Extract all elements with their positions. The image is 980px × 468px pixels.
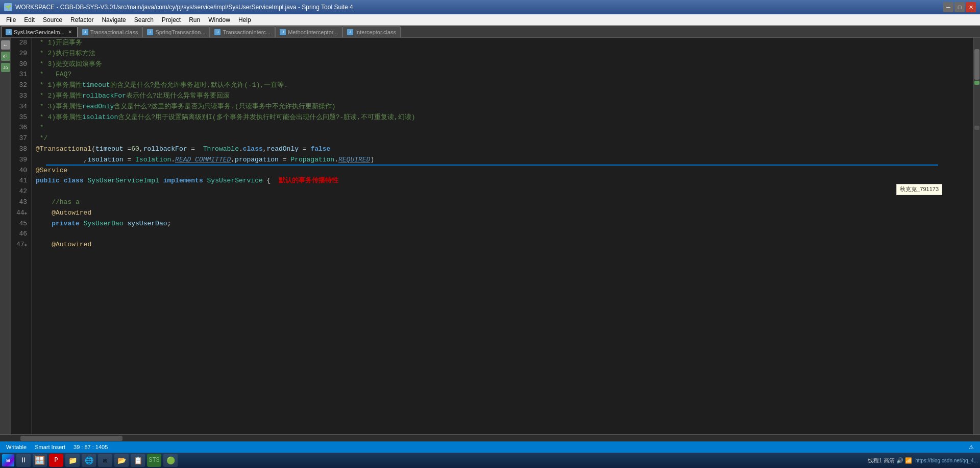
scroll-marker-1 xyxy=(974,81,979,85)
menu-file[interactable]: File xyxy=(2,15,20,25)
tab-label-methodinterceptor: MethodInterceptor... xyxy=(288,29,338,35)
scroll-thumb[interactable] xyxy=(974,49,979,80)
editor-wrapper: 28 29 30 31 32 33 34 35 36 37 38 39 40 4… xyxy=(11,38,980,434)
tab-icon-methodinterceptor: J xyxy=(280,29,286,35)
maximize-button[interactable]: □ xyxy=(954,2,965,12)
status-right-icon: ⚠ xyxy=(969,444,974,451)
menu-navigate[interactable]: Navigate xyxy=(97,15,130,25)
tab-transactional[interactable]: J Transactional.class xyxy=(78,26,143,37)
taskbar-app-filezilla2[interactable]: 📋 xyxy=(131,454,145,467)
start-button[interactable]: ⊞ xyxy=(2,454,14,466)
tab-icon-interceptorclass: J xyxy=(347,29,353,35)
close-button[interactable]: ✕ xyxy=(966,2,976,12)
code-line-41: public class SysUserServiceImpl implemen… xyxy=(36,176,969,186)
tab-close-sysuserserviceimpl[interactable]: ✕ xyxy=(67,29,73,35)
tab-icon-transactional: J xyxy=(82,29,88,35)
line-numbers: 28 29 30 31 32 33 34 35 36 37 38 39 40 4… xyxy=(11,38,32,434)
menu-project[interactable]: Project xyxy=(158,15,185,25)
tab-springtransaction[interactable]: J SpringTransaction... xyxy=(142,26,210,37)
title-bar-buttons[interactable]: ─ □ ✕ xyxy=(943,2,976,12)
sidebar-icon-3[interactable]: Jū xyxy=(1,63,10,72)
tab-sysuserserviceimpl[interactable]: J SysUserServiceIm... ✕ xyxy=(1,26,78,37)
minimize-button[interactable]: ─ xyxy=(943,2,953,12)
annotation-popup: 秋克克_791173 xyxy=(896,184,942,195)
code-line-46 xyxy=(36,229,969,240)
h-scroll-thumb[interactable] xyxy=(20,436,122,441)
tab-icon-springtransaction: J xyxy=(147,29,153,35)
tab-label-interceptorclass: Interceptor.class xyxy=(355,29,396,35)
horizontal-scrollbar[interactable] xyxy=(0,434,980,441)
menu-bar: File Edit Source Refactor Navigate Searc… xyxy=(0,14,980,26)
taskbar: ⊞ ⏸ 🪟 P 📁 🌐 ✉ 📂 📋 STS 🟢 线程1 高清 🔊 📶 https… xyxy=(0,453,980,468)
taskbar-left: ⊞ ⏸ 🪟 P 📁 🌐 ✉ 📂 📋 STS 🟢 xyxy=(2,454,178,467)
status-smart-insert: Smart Insert xyxy=(35,444,65,450)
tab-transactioninterc[interactable]: J TransactionInterc... xyxy=(210,26,275,37)
status-right: ⚠ xyxy=(969,444,974,451)
window-title: WORKSPACE - CGB-DB-SYS-V3.01/src/main/ja… xyxy=(15,4,353,11)
code-line-34: * 3)事务属性readOnly含义是什么?这里的事务是否为只读事务.(只读事务… xyxy=(36,102,969,112)
tab-interceptorclass[interactable]: J Interceptor.class xyxy=(342,26,401,37)
scroll-marker-2 xyxy=(974,126,979,130)
tab-icon-java: J xyxy=(6,29,12,35)
taskbar-app-folder[interactable]: 📂 xyxy=(114,454,129,467)
code-line-45: private SysUserDao sysUserDao; xyxy=(36,219,969,229)
code-line-37: */ xyxy=(36,133,969,144)
tab-icon-transactioninterc: J xyxy=(214,29,220,35)
taskbar-app-windows[interactable]: 🪟 xyxy=(33,454,47,467)
code-line-35: * 4)事务属性isolation含义是什么?用于设置隔离级别I(多个事务并发执… xyxy=(36,112,969,123)
status-writable: Writable xyxy=(6,444,27,450)
code-editor[interactable]: * 1)开启事务 * 2)执行目标方法 * 3)提交或回滚事务 * FAQ? *… xyxy=(32,38,973,434)
code-line-39: ,isolation = Isolation.READ_COMMITTED,pr… xyxy=(36,155,969,166)
vertical-scrollbar[interactable] xyxy=(973,38,980,434)
sidebar-icon-1[interactable]: ⟵ xyxy=(1,40,10,50)
taskbar-app-filezilla[interactable]: 📁 xyxy=(65,454,80,467)
tab-methodinterceptor[interactable]: J MethodInterceptor... xyxy=(275,26,342,37)
taskbar-app-pause[interactable]: ⏸ xyxy=(16,454,31,467)
app-icon: 🌱 xyxy=(4,3,12,11)
sidebar-icon-2[interactable]: 🏷 xyxy=(1,52,10,61)
tab-label-springtransaction: SpringTransaction... xyxy=(155,29,205,35)
title-bar: 🌱 WORKSPACE - CGB-DB-SYS-V3.01/src/main/… xyxy=(0,0,980,14)
menu-source[interactable]: Source xyxy=(39,15,66,25)
code-line-32: * 1)事务属性timeout的含义是什么?是否允许事务超时,默认不允许(-1)… xyxy=(36,80,969,91)
taskbar-right: 线程1 高清 🔊 📶 https://blog.csdn.net/qq_4... xyxy=(868,457,978,464)
menu-edit[interactable]: Edit xyxy=(20,15,39,25)
taskbar-app-p[interactable]: P xyxy=(49,454,63,467)
status-bar: Writable Smart Insert 39 : 87 : 1405 ⚠ xyxy=(0,441,980,453)
taskbar-app-green[interactable]: 🟢 xyxy=(163,454,178,467)
taskbar-url: https://blog.csdn.net/qq_4... xyxy=(915,458,978,463)
code-line-40: @Service xyxy=(36,166,969,176)
status-left: Writable Smart Insert 39 : 87 : 1405 xyxy=(6,444,108,450)
taskbar-status-text: 线程1 高清 🔊 📶 xyxy=(868,457,912,464)
taskbar-app-mail[interactable]: ✉ xyxy=(98,454,112,467)
left-sidebar: ⟵ 🏷 Jū xyxy=(0,38,11,434)
code-line-44: @Autowired xyxy=(36,208,969,219)
code-line-28: * 1)开启事务 xyxy=(36,38,969,49)
code-line-31: * FAQ? xyxy=(36,69,969,80)
code-line-43: //has a xyxy=(36,197,969,208)
menu-run[interactable]: Run xyxy=(185,15,204,25)
status-position: 39 : 87 : 1405 xyxy=(74,444,108,450)
title-bar-left: 🌱 WORKSPACE - CGB-DB-SYS-V3.01/src/main/… xyxy=(4,3,353,11)
menu-help[interactable]: Help xyxy=(234,15,255,25)
tab-label-transactioninterc: TransactionInterc... xyxy=(223,29,271,35)
tab-label-sysuserserviceimpl: SysUserServiceIm... xyxy=(14,29,65,35)
code-line-33: * 2)事务属性rollbackFor表示什么?出现什么异常事务要回滚 xyxy=(36,91,969,102)
menu-refactor[interactable]: Refactor xyxy=(66,15,97,25)
code-line-29: * 2)执行目标方法 xyxy=(36,49,969,59)
code-line-38: @Transactional(timeout =60,rollbackFor =… xyxy=(36,144,969,155)
tab-label-transactional: Transactional.class xyxy=(90,29,138,35)
code-line-42 xyxy=(36,186,969,197)
menu-search[interactable]: Search xyxy=(130,15,158,25)
tab-bar: J SysUserServiceIm... ✕ J Transactional.… xyxy=(0,26,980,38)
taskbar-app-chrome[interactable]: 🌐 xyxy=(82,454,96,467)
code-line-36: * xyxy=(36,123,969,133)
menu-window[interactable]: Window xyxy=(204,15,234,25)
code-line-47: @Autowired xyxy=(36,240,969,250)
code-line-30: * 3)提交或回滚事务 xyxy=(36,59,969,70)
taskbar-app-sts[interactable]: STS xyxy=(147,454,161,467)
